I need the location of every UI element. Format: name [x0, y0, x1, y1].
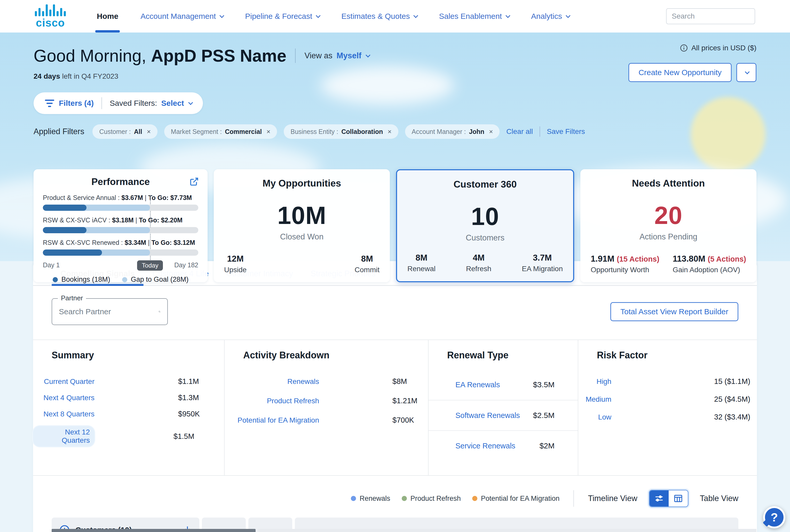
activity-breakdown-section: Activity Breakdown Renewals $8M Product … — [225, 340, 428, 475]
total-asset-view-report-builder-button[interactable]: Total Asset View Report Builder — [610, 302, 738, 321]
renewal-stat: 8MRenewal — [407, 253, 436, 273]
opportunity-worth-stat: 1.91M (15 Actions) Opportunity Worth — [591, 254, 659, 274]
risk-link-medium[interactable]: Medium — [578, 395, 611, 403]
close-icon[interactable]: × — [489, 128, 493, 136]
activity-link-renewals[interactable]: Renewals — [225, 378, 319, 386]
risk-row: Medium 25 ($4.5M) — [578, 395, 757, 403]
risk-row: Low 32 ($3.4M) — [578, 413, 757, 421]
section-title: Summary — [33, 350, 224, 361]
gap-dot-icon — [122, 277, 127, 282]
performance-legend: Bookings (18M) Gap to Goal (28M) — [43, 276, 198, 284]
activity-row: Renewals $8M — [225, 377, 428, 386]
summary-link-current-quarter[interactable]: Current Quarter — [33, 378, 94, 386]
partner-field-label: Partner — [58, 294, 86, 302]
filters-bar: Filters (4) Saved Filters: Select — [34, 92, 203, 114]
needs-attention-card[interactable]: Needs Attention 20 Actions Pending 1.91M… — [581, 169, 756, 282]
create-new-opportunity-button[interactable]: Create New Opportunity — [628, 63, 732, 82]
performance-card[interactable]: Performance Product & Service Annual : $… — [34, 169, 207, 282]
renewal-type-section: Renewal Type EA Renewals $3.5M Software … — [428, 340, 578, 475]
view-as-control[interactable]: View as Myself — [305, 51, 369, 60]
nav-item-sales-enablement[interactable]: Sales Enablement — [439, 0, 509, 33]
summary-row: Next 8 Quarters $950K — [33, 410, 224, 418]
activity-link-product-refresh[interactable]: Product Refresh — [225, 397, 319, 405]
filter-chip-customer[interactable]: Customer :All× — [92, 125, 157, 139]
nav-item-pipeline-forecast[interactable]: Pipeline & Forecast — [245, 0, 319, 33]
saved-filters-select[interactable]: Select — [161, 99, 184, 108]
global-search-input[interactable] — [672, 12, 765, 20]
performance-row: RSW & CX-SVC iACV : $3.18M | To Go: $2.2… — [43, 216, 198, 233]
prices-note: All prices in USD ($) — [628, 44, 756, 52]
applied-filters-row: Applied Filters Customer :All× Market Se… — [34, 125, 756, 139]
summary-link-next-12-quarters[interactable]: Next 12 Quarters — [33, 426, 94, 446]
activity-row: Product Refresh $1.21M — [225, 397, 428, 405]
table-row-edge — [258, 529, 756, 532]
performance-bars: Product & Service Annual : $3.67M | To G… — [43, 194, 198, 284]
close-icon[interactable]: × — [387, 128, 391, 136]
renewal-row: Software Renewals $2.5M — [428, 400, 578, 430]
stats-sections: Summary Current Quarter $1.1M Next 4 Qua… — [33, 340, 757, 476]
commit-stat: 8MCommit — [355, 254, 380, 274]
filters-button[interactable]: Filters (4) — [45, 99, 94, 108]
my-opportunities-card[interactable]: My Opportunities 10M Closed Won 12MUpsid… — [214, 169, 390, 282]
divider — [573, 490, 574, 507]
summary-link-next-4-quarters[interactable]: Next 4 Quarters — [33, 394, 94, 402]
info-icon — [680, 44, 688, 52]
summary-link-next-8-quarters[interactable]: Next 8 Quarters — [33, 410, 94, 418]
renewals-dot-icon — [351, 496, 356, 501]
view-as-value[interactable]: Myself — [336, 51, 361, 60]
activity-link-ea-migration[interactable]: Potential for EA Migration — [225, 416, 319, 424]
chart-legend-row: Renewals Product Refresh Potential for E… — [33, 490, 757, 507]
timeline-view-button[interactable] — [649, 491, 669, 507]
summary-row: Next 4 Quarters $1.3M — [33, 394, 224, 402]
card-title: Performance — [43, 176, 198, 187]
legend-ea-migration: Potential for EA Migration — [472, 495, 560, 502]
product-refresh-dot-icon — [402, 496, 407, 501]
summary-row: Next 12 Quarters $1.5M — [33, 426, 224, 446]
close-icon[interactable]: × — [267, 128, 270, 136]
renewal-link-ea-renewals[interactable]: EA Renewals — [455, 381, 500, 389]
risk-factor-section: Risk Factor High 15 ($1.1M) Medium 25 ($… — [578, 340, 757, 475]
customers-value: 10 — [407, 202, 563, 231]
partner-search-input[interactable] — [59, 307, 159, 316]
nav-item-estimates-quotes[interactable]: Estimates & Quotes — [341, 0, 417, 33]
chevron-down-icon — [745, 70, 750, 74]
view-toggle — [649, 490, 688, 507]
upside-stat: 12MUpside — [224, 254, 246, 274]
summary-section: Summary Current Quarter $1.1M Next 4 Qua… — [33, 340, 225, 475]
cisco-logo[interactable]: cisco — [35, 3, 66, 29]
page-title: Good Morning, AppD PSS Name — [34, 46, 286, 65]
cisco-logo-text: cisco — [36, 17, 65, 29]
close-icon[interactable]: × — [147, 128, 151, 136]
actions-pending-value: 20 — [591, 201, 746, 230]
hero-right: All prices in USD ($) Create New Opportu… — [628, 44, 756, 82]
nav-item-home[interactable]: Home — [97, 0, 118, 33]
external-link-icon[interactable] — [189, 177, 199, 186]
risk-link-low[interactable]: Low — [578, 413, 611, 421]
renewal-link-service-renewals[interactable]: Service Renewals — [455, 442, 515, 450]
table-row-edge — [52, 529, 256, 532]
filter-chip-account-manager[interactable]: Account Manager :John× — [405, 125, 500, 139]
summary-row: Current Quarter $1.1M — [33, 377, 224, 386]
search-icon — [159, 307, 161, 316]
clear-all-link[interactable]: Clear all — [506, 128, 533, 136]
risk-link-high[interactable]: High — [578, 378, 611, 386]
filter-chip-market-segment[interactable]: Market Segment :Commercial× — [164, 125, 277, 139]
table-view-button[interactable] — [669, 491, 688, 507]
nav-items: Home Account Management Pipeline & Forec… — [97, 0, 569, 33]
chevron-down-icon — [506, 13, 510, 18]
customer-360-card[interactable]: Customer 360 10 Customers 8MRenewal 4MRe… — [396, 169, 574, 282]
create-opportunity-dropdown-button[interactable] — [736, 63, 756, 82]
divider — [102, 97, 102, 109]
filter-chip-business-entity[interactable]: Business Entity :Collaboration× — [284, 125, 398, 139]
partner-search-field: Partner — [52, 298, 168, 325]
nav-item-account-management[interactable]: Account Management — [141, 0, 223, 33]
sliders-icon — [654, 494, 664, 503]
performance-row: Product & Service Annual : $3.67M | To G… — [43, 194, 198, 211]
section-title: Activity Breakdown — [225, 350, 428, 361]
help-button[interactable]: ? — [763, 506, 785, 528]
performance-row: RSW & CX-SVC Renewed : $3.34M | To Go: $… — [43, 239, 198, 256]
save-filters-link[interactable]: Save Filters — [547, 128, 585, 136]
renewal-link-software-renewals[interactable]: Software Renewals — [455, 411, 520, 420]
refresh-stat: 4MRefresh — [466, 253, 491, 273]
nav-item-analytics[interactable]: Analytics — [531, 0, 569, 33]
